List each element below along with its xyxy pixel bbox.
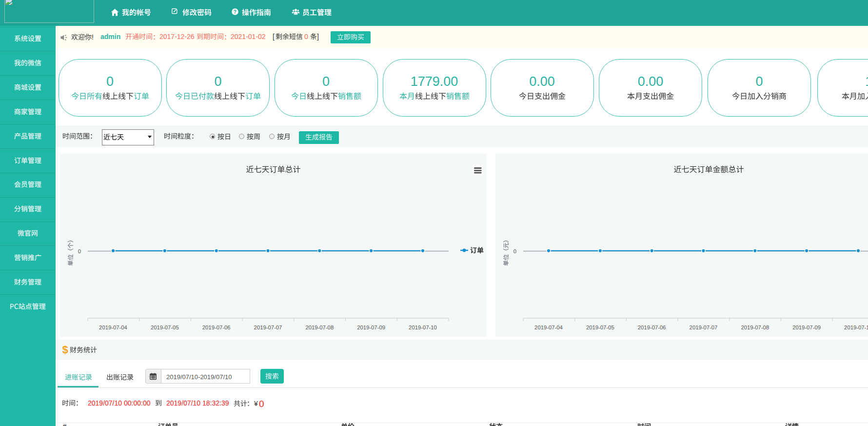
svg-text:2019-07-10: 2019-07-10 xyxy=(844,325,868,330)
svg-text:2019-07-09: 2019-07-09 xyxy=(792,325,821,330)
svg-text:2019-07-08: 2019-07-08 xyxy=(305,325,334,330)
svg-text:?: ? xyxy=(234,9,237,15)
svg-text:2019-07-04: 2019-07-04 xyxy=(99,325,127,330)
svg-text:2019-07-10: 2019-07-10 xyxy=(409,325,437,330)
svg-text:2019-07-08: 2019-07-08 xyxy=(741,325,769,330)
svg-text:2019-07-05: 2019-07-05 xyxy=(151,325,179,330)
svg-text:0: 0 xyxy=(78,248,81,254)
svg-text:0: 0 xyxy=(513,248,516,254)
svg-text:2019-07-07: 2019-07-07 xyxy=(690,325,718,330)
svg-text:2019-07-05: 2019-07-05 xyxy=(586,325,614,330)
svg-text:2019-07-06: 2019-07-06 xyxy=(638,325,666,330)
svg-text:2019-07-09: 2019-07-09 xyxy=(357,325,385,330)
svg-text:2019-07-04: 2019-07-04 xyxy=(534,325,563,330)
svg-text:2019-07-07: 2019-07-07 xyxy=(254,325,282,330)
svg-text:2019-07-06: 2019-07-06 xyxy=(202,325,231,330)
